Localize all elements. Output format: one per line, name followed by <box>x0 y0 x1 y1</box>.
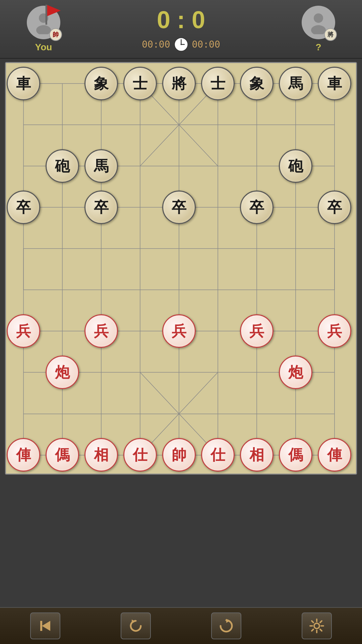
piece-馬-2-2[interactable]: 馬 <box>84 149 118 183</box>
piece-兵-2-6[interactable]: 兵 <box>84 314 118 348</box>
settings-icon <box>308 618 325 634</box>
player1-badge: 帥 <box>49 28 62 41</box>
svg-marker-35 <box>42 621 50 631</box>
player2-score: 0 <box>192 8 205 32</box>
piece-卒-0-3[interactable]: 卒 <box>7 191 40 224</box>
piece-仕-5-9[interactable]: 仕 <box>201 438 235 472</box>
piece-傌-1-9[interactable]: 傌 <box>46 438 79 472</box>
svg-marker-38 <box>226 619 230 623</box>
piece-卒-6-3[interactable]: 卒 <box>240 191 274 224</box>
board-container: 車象士將士象馬車砲馬砲卒卒卒卒卒兵兵兵兵兵炮炮俥傌相仕帥仕相傌俥 <box>5 62 357 475</box>
refresh-button[interactable] <box>211 612 241 639</box>
svg-line-44 <box>312 621 313 623</box>
piece-俥-8-9[interactable]: 俥 <box>318 438 351 472</box>
player2-name: ? <box>315 42 321 53</box>
piece-車-0-0[interactable]: 車 <box>7 67 40 100</box>
timer-left: 00:00 <box>142 39 170 50</box>
piece-傌-7-9[interactable]: 傌 <box>279 438 312 472</box>
piece-帥-4-9[interactable]: 帥 <box>162 438 196 472</box>
piece-炮-1-7[interactable]: 炮 <box>46 356 79 389</box>
piece-兵-6-6[interactable]: 兵 <box>240 314 274 348</box>
piece-士-3-0[interactable]: 士 <box>123 67 157 100</box>
piece-象-6-0[interactable]: 象 <box>240 67 274 100</box>
header: 帥 You 0 : 0 00:00 00:00 將 <box>0 0 362 59</box>
timer-area: 00:00 00:00 <box>142 37 220 52</box>
piece-俥-0-9[interactable]: 俥 <box>7 438 40 472</box>
svg-point-9 <box>311 25 326 34</box>
player1-name: You <box>35 42 52 53</box>
piece-象-2-0[interactable]: 象 <box>84 67 118 100</box>
clock-icon <box>174 37 189 52</box>
board: 車象士將士象馬車砲馬砲卒卒卒卒卒兵兵兵兵兵炮炮俥傌相仕帥仕相傌俥 <box>6 63 356 474</box>
piece-炮-7-7[interactable]: 炮 <box>279 356 312 389</box>
back-icon <box>37 618 54 634</box>
piece-砲-1-2[interactable]: 砲 <box>46 149 79 183</box>
svg-marker-0 <box>47 5 61 16</box>
piece-兵-0-6[interactable]: 兵 <box>7 314 40 348</box>
svg-rect-36 <box>40 621 42 631</box>
piece-卒-2-3[interactable]: 卒 <box>84 191 118 224</box>
undo-button[interactable] <box>121 612 151 639</box>
piece-車-8-0[interactable]: 車 <box>318 67 351 100</box>
piece-仕-3-9[interactable]: 仕 <box>123 438 157 472</box>
toolbar <box>0 607 362 644</box>
svg-point-39 <box>314 623 319 629</box>
piece-砲-7-2[interactable]: 砲 <box>279 149 312 183</box>
settings-button[interactable] <box>302 612 332 639</box>
piece-卒-4-3[interactable]: 卒 <box>162 191 196 224</box>
piece-將-4-0[interactable]: 將 <box>162 67 196 100</box>
svg-line-47 <box>312 629 313 631</box>
undo-icon <box>127 618 144 634</box>
piece-兵-8-6[interactable]: 兵 <box>318 314 351 348</box>
svg-line-45 <box>320 629 322 631</box>
svg-point-7 <box>180 44 182 45</box>
player1-area: 帥 You <box>10 6 77 53</box>
player1-score: 0 <box>157 8 170 32</box>
piece-馬-7-0[interactable]: 馬 <box>279 67 312 100</box>
piece-相-2-9[interactable]: 相 <box>84 438 118 472</box>
svg-point-8 <box>314 13 323 23</box>
svg-rect-1 <box>46 5 47 25</box>
score-area: 0 : 0 00:00 00:00 <box>142 6 220 52</box>
board-grid <box>6 63 356 474</box>
timer-right: 00:00 <box>192 39 220 50</box>
piece-卒-8-3[interactable]: 卒 <box>318 191 351 224</box>
back-button[interactable] <box>30 612 60 639</box>
refresh-icon <box>218 618 235 634</box>
score-separator: : <box>177 6 185 34</box>
player1-avatar: 帥 <box>27 6 60 39</box>
piece-相-6-9[interactable]: 相 <box>240 438 274 472</box>
svg-line-46 <box>320 621 322 623</box>
player2-area: 將 ? <box>285 6 352 53</box>
piece-兵-4-6[interactable]: 兵 <box>162 314 196 348</box>
player2-badge: 將 <box>324 28 337 41</box>
piece-士-5-0[interactable]: 士 <box>201 67 235 100</box>
player2-avatar: 將 <box>302 6 335 39</box>
score-display: 0 : 0 <box>157 6 205 34</box>
player1-flag <box>42 2 65 27</box>
